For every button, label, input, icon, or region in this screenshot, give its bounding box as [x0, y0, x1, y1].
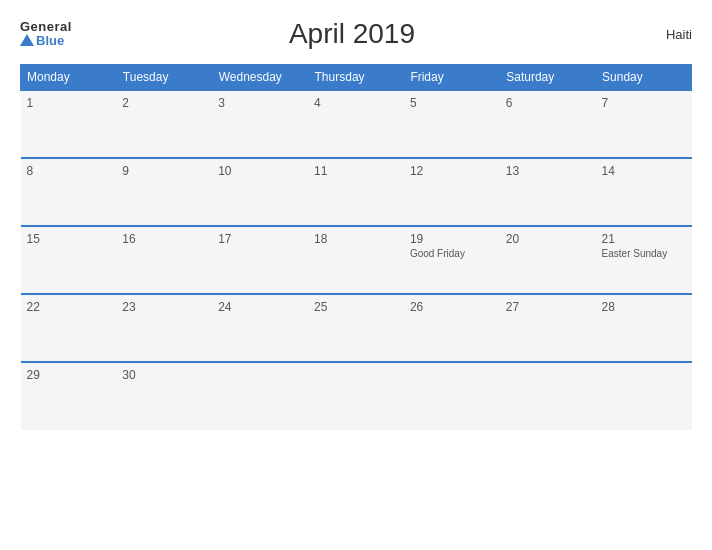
col-saturday: Saturday — [500, 65, 596, 91]
col-thursday: Thursday — [308, 65, 404, 91]
calendar-cell: 14 — [596, 158, 692, 226]
calendar-cell: 5 — [404, 90, 500, 158]
calendar-cell — [404, 362, 500, 430]
col-friday: Friday — [404, 65, 500, 91]
logo-triangle-icon — [20, 34, 34, 46]
day-number: 22 — [27, 300, 111, 314]
day-number: 27 — [506, 300, 590, 314]
day-number: 18 — [314, 232, 398, 246]
col-sunday: Sunday — [596, 65, 692, 91]
logo-blue-text: Blue — [20, 34, 64, 48]
calendar-cell: 6 — [500, 90, 596, 158]
calendar-cell: 21Easter Sunday — [596, 226, 692, 294]
header: General Blue April 2019 Haiti — [20, 18, 692, 50]
calendar-cell: 17 — [212, 226, 308, 294]
day-number: 1 — [27, 96, 111, 110]
calendar-cell: 28 — [596, 294, 692, 362]
calendar-cell: 9 — [116, 158, 212, 226]
calendar-cell: 4 — [308, 90, 404, 158]
calendar-week-row: 891011121314 — [21, 158, 692, 226]
day-number: 19 — [410, 232, 494, 246]
calendar-cell: 22 — [21, 294, 117, 362]
calendar-cell: 12 — [404, 158, 500, 226]
day-number: 21 — [602, 232, 686, 246]
holiday-label: Good Friday — [410, 248, 494, 259]
page: General Blue April 2019 Haiti Monday Tue… — [0, 0, 712, 550]
country-label: Haiti — [632, 27, 692, 42]
calendar-cell: 13 — [500, 158, 596, 226]
calendar-week-row: 2930 — [21, 362, 692, 430]
calendar-cell — [308, 362, 404, 430]
calendar-cell: 7 — [596, 90, 692, 158]
calendar-header-row: Monday Tuesday Wednesday Thursday Friday… — [21, 65, 692, 91]
calendar-cell: 16 — [116, 226, 212, 294]
col-tuesday: Tuesday — [116, 65, 212, 91]
day-number: 6 — [506, 96, 590, 110]
calendar-cell: 11 — [308, 158, 404, 226]
calendar-cell: 30 — [116, 362, 212, 430]
day-number: 5 — [410, 96, 494, 110]
day-number: 13 — [506, 164, 590, 178]
calendar-week-row: 22232425262728 — [21, 294, 692, 362]
calendar-cell: 1 — [21, 90, 117, 158]
calendar-week-row: 1516171819Good Friday2021Easter Sunday — [21, 226, 692, 294]
calendar-cell: 29 — [21, 362, 117, 430]
calendar-cell — [596, 362, 692, 430]
day-number: 23 — [122, 300, 206, 314]
calendar-cell: 10 — [212, 158, 308, 226]
day-number: 4 — [314, 96, 398, 110]
holiday-label: Easter Sunday — [602, 248, 686, 259]
day-number: 2 — [122, 96, 206, 110]
calendar-cell: 23 — [116, 294, 212, 362]
calendar-cell: 26 — [404, 294, 500, 362]
day-number: 20 — [506, 232, 590, 246]
calendar-cell: 19Good Friday — [404, 226, 500, 294]
calendar-cell: 2 — [116, 90, 212, 158]
calendar-cell: 25 — [308, 294, 404, 362]
day-number: 14 — [602, 164, 686, 178]
day-number: 29 — [27, 368, 111, 382]
day-number: 11 — [314, 164, 398, 178]
calendar: Monday Tuesday Wednesday Thursday Friday… — [20, 64, 692, 430]
day-number: 3 — [218, 96, 302, 110]
day-number: 26 — [410, 300, 494, 314]
day-number: 30 — [122, 368, 206, 382]
calendar-cell: 3 — [212, 90, 308, 158]
day-number: 16 — [122, 232, 206, 246]
day-number: 8 — [27, 164, 111, 178]
calendar-cell: 20 — [500, 226, 596, 294]
page-title: April 2019 — [72, 18, 632, 50]
calendar-cell: 24 — [212, 294, 308, 362]
day-number: 12 — [410, 164, 494, 178]
calendar-cell: 27 — [500, 294, 596, 362]
col-wednesday: Wednesday — [212, 65, 308, 91]
day-number: 15 — [27, 232, 111, 246]
day-number: 25 — [314, 300, 398, 314]
calendar-cell: 18 — [308, 226, 404, 294]
logo: General Blue — [20, 20, 72, 49]
col-monday: Monday — [21, 65, 117, 91]
logo-general-text: General — [20, 20, 72, 34]
calendar-cell — [500, 362, 596, 430]
day-number: 10 — [218, 164, 302, 178]
day-number: 28 — [602, 300, 686, 314]
calendar-cell — [212, 362, 308, 430]
day-number: 7 — [602, 96, 686, 110]
calendar-cell: 15 — [21, 226, 117, 294]
calendar-week-row: 1234567 — [21, 90, 692, 158]
calendar-cell: 8 — [21, 158, 117, 226]
day-number: 9 — [122, 164, 206, 178]
day-number: 24 — [218, 300, 302, 314]
day-number: 17 — [218, 232, 302, 246]
